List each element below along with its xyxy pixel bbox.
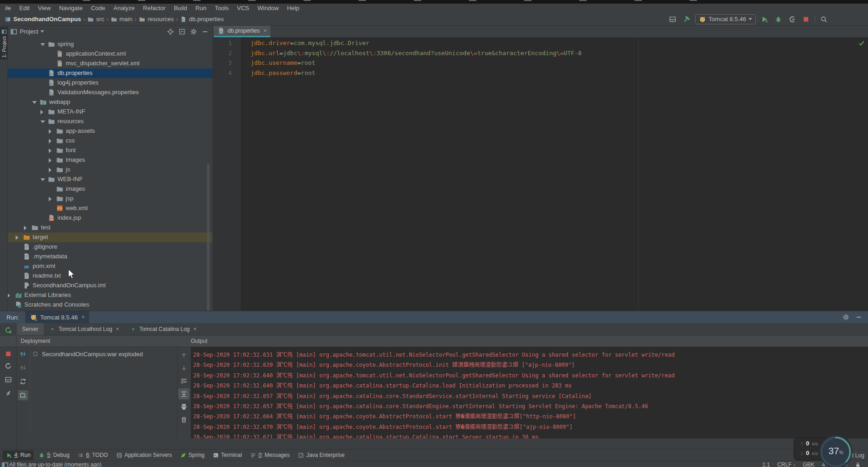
menu-item-refactor[interactable]: Refactor [139, 4, 170, 13]
run-tab-server[interactable]: Server [17, 323, 44, 335]
hide-panel-icon[interactable] [201, 28, 209, 35]
breadcrumb-item[interactable]: resources [139, 16, 174, 23]
run-button[interactable] [760, 14, 770, 24]
chevron-down-icon[interactable] [40, 120, 45, 123]
chevron-down-icon[interactable] [40, 43, 45, 46]
build-hammer-icon[interactable] [681, 14, 691, 24]
menu-item-ile[interactable]: ile [1, 4, 15, 13]
toolwindow-button-messages[interactable]: 0: Messages [247, 450, 293, 460]
toolwindow-button-todo[interactable]: 6: TODO [74, 450, 111, 460]
menu-item-edit[interactable]: Edit [15, 4, 34, 13]
chevron-right-icon[interactable] [49, 129, 51, 134]
deploy-button[interactable] [18, 349, 28, 359]
chevron-right-icon[interactable] [49, 168, 51, 172]
tree-row[interactable]: ValidationMessages.properties [8, 88, 213, 97]
run-with-coverage-button[interactable] [787, 14, 797, 24]
menu-item-navigate[interactable]: Navigate [55, 4, 86, 13]
editor-tab-db-properties[interactable]: db.properties × [214, 26, 270, 37]
tree-row[interactable]: images [8, 155, 213, 165]
tree-row[interactable]: webapp [8, 97, 213, 107]
gear-icon[interactable] [190, 28, 197, 35]
chevron-right-icon[interactable] [16, 235, 18, 240]
layout-button[interactable] [3, 375, 13, 385]
tree-row[interactable]: SecondhandOnCampus.iml [8, 281, 213, 290]
tree-row[interactable]: mpom.xml [8, 262, 213, 271]
chevron-right-icon[interactable] [49, 148, 51, 153]
tree-row[interactable]: js [8, 165, 213, 175]
close-icon[interactable]: × [263, 28, 267, 34]
menu-item-analyze[interactable]: Analyze [109, 4, 139, 13]
chevron-right-icon[interactable] [24, 226, 27, 230]
breadcrumb-item[interactable]: main [111, 16, 132, 23]
breadcrumb-item[interactable]: SecondhandOnCampus [5, 16, 81, 23]
tree-row[interactable]: app-assets [8, 126, 213, 136]
encoding-widget[interactable]: GBK [803, 461, 814, 467]
tree-row[interactable]: mvc_dispatcher_servlet.xml [8, 59, 213, 68]
print-icon[interactable] [178, 401, 189, 412]
tree-row[interactable]: db.properties [8, 68, 213, 78]
run-configuration-select[interactable]: Tomcat 8.5.46 [695, 14, 756, 24]
tree-row[interactable]: css [8, 136, 213, 146]
lock-icon[interactable] [855, 462, 861, 467]
scroll-to-end-icon[interactable] [178, 388, 189, 399]
prev-occurrence-icon[interactable] [178, 350, 189, 361]
collapse-all-icon[interactable] [178, 28, 186, 35]
breadcrumb-item[interactable]: src [87, 16, 104, 23]
toolwindow-button-debug[interactable]: 5: Debug [35, 450, 73, 460]
tree-row[interactable]: log4j.properties [8, 78, 213, 88]
tree-row[interactable]: font [8, 146, 213, 155]
soft-wrap-icon[interactable] [178, 376, 189, 387]
panel-divider[interactable] [177, 347, 177, 439]
toolwindow-switcher-icon[interactable] [1, 461, 9, 467]
menu-item-code[interactable]: Code [87, 4, 109, 13]
tree-row[interactable]: Scratches and Consoles [8, 300, 213, 310]
toolwindow-button-application-servers[interactable]: Application Servers [113, 450, 175, 460]
tree-row[interactable]: spring [8, 40, 213, 49]
toolwindow-button-run[interactable]: 4: Run [3, 450, 34, 460]
locate-file-icon[interactable] [167, 28, 174, 35]
menu-item-vcs[interactable]: VCS [233, 4, 253, 13]
toolwindow-button-spring[interactable]: Spring [177, 450, 208, 460]
clear-all-icon[interactable] [178, 414, 189, 425]
caret-position-widget[interactable]: 1:1 [762, 461, 770, 467]
tree-row[interactable]: images [8, 184, 213, 194]
chevron-down-icon[interactable] [40, 30, 44, 33]
chevron-right-icon[interactable] [49, 197, 51, 201]
menu-item-view[interactable]: View [34, 4, 55, 13]
menu-item-run[interactable]: Run [191, 4, 211, 13]
close-icon[interactable]: × [116, 326, 119, 332]
stop-button[interactable] [801, 14, 811, 24]
stripe-button-1-project[interactable]: 1: Project [0, 27, 8, 60]
chevron-down-icon[interactable] [40, 178, 45, 181]
tree-row[interactable]: readme.txt [8, 271, 213, 281]
breadcrumb-item[interactable]: db.properties [180, 16, 224, 23]
menu-item-build[interactable]: Build [170, 4, 191, 13]
search-everywhere-icon[interactable] [819, 14, 829, 24]
run-tab-tomcat-localhost-log[interactable]: Tomcat Localhost Log× [44, 323, 125, 335]
chevron-right-icon[interactable] [8, 293, 10, 298]
menu-item-tools[interactable]: Tools [211, 4, 233, 13]
deployment-item[interactable]: SecondhandOnCampus:war exploded [32, 349, 143, 359]
add-artifact-button[interactable] [18, 390, 28, 400]
tree-row[interactable]: test [8, 223, 213, 233]
tree-row[interactable]: web.xml [8, 204, 213, 213]
chevron-right-icon[interactable] [40, 110, 43, 114]
run-tab-tomcat-catalina-log[interactable]: Tomcat Catalina Log× [125, 323, 202, 335]
tree-row[interactable]: applicationContext.xml [8, 49, 213, 59]
console-output[interactable]: 28-Sep-2020 17:02:32.631 淇℃伅 [main] org.… [191, 347, 868, 439]
tree-row[interactable]: .mymetadata [8, 252, 213, 262]
chevron-right-icon[interactable] [49, 158, 51, 163]
project-tree-scrollbar[interactable] [207, 164, 210, 311]
tree-row[interactable]: .gitignore [8, 242, 213, 252]
tree-row[interactable]: JSPindex.jsp [8, 213, 213, 223]
hide-panel-icon[interactable] [855, 313, 862, 321]
editor-code-area[interactable]: jdbc.driver=com.mysql.jdbc.Driverjdbc.ur… [251, 38, 868, 311]
run-session-tab[interactable]: Tomcat 8.5.46 × [25, 311, 89, 323]
sync-button[interactable] [18, 376, 28, 387]
inspections-ok-icon[interactable] [858, 40, 865, 47]
close-icon[interactable]: × [194, 326, 197, 332]
stop-button[interactable] [3, 349, 13, 359]
menu-item-help[interactable]: Help [283, 4, 303, 13]
tree-row[interactable]: jsp [8, 194, 213, 204]
tree-row[interactable]: target [8, 233, 213, 242]
